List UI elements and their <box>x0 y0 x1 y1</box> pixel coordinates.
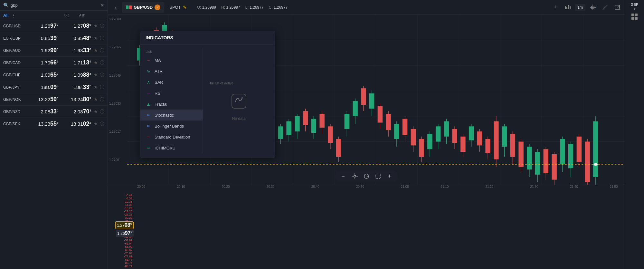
indicator-fractal[interactable]: ▲ Fractal <box>140 99 203 110</box>
svg-rect-115 <box>494 121 498 159</box>
indicator-sar[interactable]: ∧ SAR <box>140 77 203 88</box>
pair-row-gbp-cad[interactable]: GBP/CAD 1.70669 1.71134 ★ ⓘ <box>0 57 108 69</box>
svg-rect-93 <box>402 119 407 135</box>
pair-row-gbp-usd[interactable]: GBP/USD 1.26977 1.27089 ★ ⓘ <box>0 20 108 32</box>
pair-row-gbp-nok[interactable]: GBP/NOK 13.22595 13.24809 ★ ⓘ <box>0 93 108 106</box>
sidebar-header: All ⋮ Bid Ask <box>0 11 108 20</box>
favorite-icon[interactable]: ★ <box>94 60 98 66</box>
timeframe-button[interactable]: 1m <box>575 4 585 11</box>
favorite-icon[interactable]: ★ <box>94 97 98 102</box>
pair-name: GBP/JPY <box>3 85 29 90</box>
indicator-bollinger[interactable]: ≈ Bollinger Bands <box>140 120 203 131</box>
pair-row-gbp-chf[interactable]: GBP/CHF 1.09657 1.09883 ★ ⓘ <box>0 69 108 81</box>
indicators-panel: INDICATORS List: ~ MA ∿ ATR ∧ <box>140 31 275 158</box>
instrument-tab[interactable]: GBP/USD 2 <box>122 2 164 13</box>
chart-canvas[interactable]: 1.27080 1.27065 1.27049 1.27033 1.27017 … <box>108 15 625 192</box>
time-label-5: 20:50 <box>356 185 364 188</box>
back-button[interactable]: ‹ <box>110 2 121 13</box>
pair-row-gbp-aud[interactable]: GBP/AUD 1.92995 1.93336 ★ ⓘ <box>0 44 108 57</box>
svg-point-149 <box>235 101 236 102</box>
indicators-list: List: ~ MA ∿ ATR ∧ SAR <box>140 48 203 153</box>
add-button[interactable]: + <box>550 3 560 12</box>
indicators-button[interactable] <box>563 3 572 12</box>
pair-row-gbp-nzd[interactable]: GBP/NZD 2.08330 2.08703 ★ ⓘ <box>0 106 108 118</box>
pair-actions: ★ ⓘ <box>94 72 104 78</box>
svg-rect-105 <box>452 129 457 143</box>
favorite-icon[interactable]: ★ <box>94 109 98 115</box>
svg-rect-1 <box>566 7 567 9</box>
layout-icon[interactable] <box>631 13 638 22</box>
pair-name: GBP/NZD <box>3 110 29 114</box>
svg-rect-147 <box>376 174 380 178</box>
pair-row-gbp-jpy[interactable]: GBP/JPY 188.092 188.332 ★ ⓘ <box>0 81 108 93</box>
indicator-ma[interactable]: ~ MA <box>140 55 203 66</box>
more-icon[interactable]: ⋮ <box>11 13 15 18</box>
svg-point-142 <box>354 175 356 177</box>
svg-rect-151 <box>631 14 634 16</box>
center-button[interactable] <box>350 172 359 181</box>
info-icon[interactable]: ⓘ <box>100 72 104 78</box>
refresh-button[interactable] <box>362 172 371 181</box>
svg-rect-77 <box>336 139 341 157</box>
currency-dropdown[interactable]: ▾ <box>634 7 635 11</box>
select-button[interactable] <box>374 172 383 181</box>
favorite-icon[interactable]: ★ <box>94 35 98 41</box>
info-icon[interactable]: ⓘ <box>100 97 104 102</box>
instrument-badge: 2 <box>155 5 160 10</box>
indicator-atr[interactable]: ∿ ATR <box>140 66 203 77</box>
info-icon[interactable]: ⓘ <box>100 84 104 90</box>
indicator-stddev[interactable]: ~ Standard Deviation <box>140 131 203 142</box>
pair-actions: ★ ⓘ <box>94 121 104 127</box>
search-input[interactable] <box>11 3 99 8</box>
indicator-rsi[interactable]: ~ RSI <box>140 88 203 99</box>
atr-icon: ∿ <box>146 68 151 74</box>
indicator-fractal-name: Fractal <box>155 102 167 107</box>
info-icon[interactable]: ⓘ <box>100 121 104 127</box>
pair-actions: ★ ⓘ <box>94 84 104 90</box>
favorite-icon[interactable]: ★ <box>94 84 98 90</box>
indicator-ichimoku[interactable]: ≡ ICHIMOKU <box>140 142 203 153</box>
pair-ask: 0.85489 <box>62 35 91 42</box>
sar-icon: ∧ <box>146 79 151 85</box>
price-label-4: 1.27017 <box>109 130 129 133</box>
pair-actions: ★ ⓘ <box>94 109 104 115</box>
info-icon[interactable]: ⓘ <box>100 35 104 41</box>
ps-val-6: -26.23 <box>124 213 132 216</box>
ps-val-4: -18.29 <box>124 207 132 210</box>
svg-rect-3 <box>570 6 571 9</box>
pair-actions: ★ ⓘ <box>94 23 104 29</box>
svg-rect-152 <box>635 14 638 16</box>
indicator-stochastic[interactable]: ≈ Stochastic <box>140 110 203 120</box>
indicators-active-panel: The list of active: No data <box>203 48 275 153</box>
svg-rect-131 <box>560 139 565 165</box>
svg-rect-91 <box>394 124 399 139</box>
chart-body: 1.27080 1.27065 1.27049 1.27033 1.27017 … <box>108 15 625 192</box>
info-icon[interactable]: ⓘ <box>100 48 104 53</box>
favorite-icon[interactable]: ★ <box>94 121 98 127</box>
zoom-in-button[interactable]: + <box>385 172 394 181</box>
price-label-5: 1.27001 <box>109 158 129 162</box>
external-button[interactable] <box>612 3 622 12</box>
draw-line-button[interactable] <box>600 3 610 12</box>
pair-row-gbp-sek[interactable]: GBP/SEK 13.23556 13.31022 ★ ⓘ <box>0 118 108 130</box>
indicators-body: List: ~ MA ∿ ATR ∧ SAR <box>140 44 275 157</box>
all-label[interactable]: All <box>3 13 9 18</box>
spot-tab[interactable]: SPOT ✎ <box>166 2 190 13</box>
price-label-2: 1.27049 <box>109 74 129 77</box>
favorite-icon[interactable]: ★ <box>94 72 98 78</box>
info-icon[interactable]: ⓘ <box>100 109 104 115</box>
c-label: C: 1.26977 <box>269 5 288 10</box>
crosshair-button[interactable] <box>588 3 598 12</box>
svg-point-150 <box>242 97 243 99</box>
time-label-1: 20:10 <box>177 185 185 188</box>
info-icon[interactable]: ⓘ <box>100 60 104 66</box>
no-data-icon <box>229 91 249 114</box>
pair-row-eur-gbp[interactable]: EUR/GBP 0.85390 0.85489 ★ ⓘ <box>0 32 108 44</box>
favorite-icon[interactable]: ★ <box>94 23 98 29</box>
close-icon[interactable]: ✕ <box>100 3 104 8</box>
info-icon[interactable]: ⓘ <box>100 23 104 29</box>
zoom-out-button[interactable]: − <box>339 172 348 181</box>
l-label: L: 1.26977 <box>245 5 264 10</box>
favorite-icon[interactable]: ★ <box>94 48 98 53</box>
pair-bid: 1.26977 <box>29 23 59 29</box>
